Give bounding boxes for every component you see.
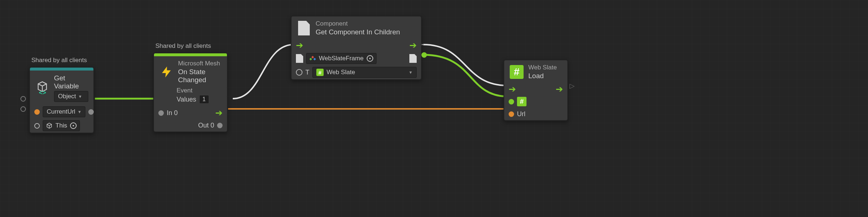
kind-value: Object [58,93,76,100]
node-web-slate-load[interactable]: # Web Slate Load ➔ ➔ # Url [504,60,568,121]
values-count[interactable]: 1 [199,95,209,104]
url-label: Url [517,110,525,118]
flow-out-arrow-icon[interactable]: ➔ [556,85,563,94]
node-color-strip [30,68,93,71]
svg-text:<>: <> [39,89,46,95]
chevron-down-icon: ▼ [77,110,81,114]
target-field[interactable]: This [43,120,80,131]
external-flow-port[interactable]: ▷ [570,82,575,90]
kind-dropdown[interactable]: Object ▼ [54,91,88,102]
shared-label: Shared by all clients [31,57,87,64]
port-in-name[interactable] [34,109,40,115]
flow-in-arrow-icon[interactable]: ➔ [509,85,516,94]
external-port-1[interactable] [20,96,26,102]
event-section-label: Event [177,87,222,94]
document-icon [297,21,311,35]
port-in-component[interactable] [509,99,514,104]
node-category: Microsoft Mesh [178,60,222,67]
node-title: Load [528,72,557,80]
chevron-down-icon: ▼ [409,70,413,75]
variable-name-dropdown[interactable]: CurrentUrl ▼ [43,106,85,117]
type-dropdown[interactable]: # Web Slate ▼ [312,67,417,78]
node-get-component-in-children[interactable]: Component Get Component In Children ➔ ➔ … [291,16,422,80]
target-field[interactable]: WebSlateFrame [306,53,377,64]
target-picker-icon[interactable] [367,55,373,62]
flow-in-arrow-icon[interactable]: ➔ [296,41,303,50]
flow-out-arrow-icon[interactable]: ➔ [409,41,417,50]
hash-icon: # [517,97,526,106]
document-icon [296,54,303,63]
port-out-value[interactable] [88,109,94,115]
flow-out-arrow-icon[interactable]: ➔ [215,108,223,117]
port-in-type[interactable] [296,69,302,76]
node-title: Get Component In Children [316,28,400,36]
hash-icon: # [316,69,324,76]
node-title: On State Changed [178,68,222,84]
node-title: Get Variable [54,74,88,90]
external-port-2[interactable] [20,106,26,112]
node-get-variable[interactable]: Shared by all clients <> Get Variable Ob… [29,67,94,133]
variable-name-value: CurrentUrl [47,108,75,115]
node-category: Web Slate [528,64,557,71]
port-in-url[interactable] [509,111,514,117]
variable-icon: <> [35,81,50,95]
target-value: This [55,122,67,129]
out-label: Out 0 [198,122,214,129]
port-in-0[interactable] [158,110,164,116]
in-label: In 0 [167,109,178,117]
port-out-component[interactable] [421,52,427,58]
port-out-0[interactable] [217,123,223,128]
target-value: WebSlateFrame [319,55,364,62]
target-picker-icon[interactable] [70,122,77,129]
cube-icon [46,122,53,129]
node-on-state-changed[interactable]: Shared by all clients Microsoft Mesh On … [153,53,228,132]
node-category: Component [316,20,400,27]
lightning-icon [159,65,174,79]
shared-label: Shared by all clients [155,42,211,50]
node-color-strip [154,53,227,56]
values-label: Values [177,96,196,103]
type-label: T [305,69,309,76]
hash-icon: # [509,65,524,79]
document-icon [409,54,417,63]
type-value: Web Slate [327,69,355,76]
component-icon [309,55,316,62]
port-in-target[interactable] [34,123,40,129]
chevron-down-icon: ▼ [78,94,82,99]
